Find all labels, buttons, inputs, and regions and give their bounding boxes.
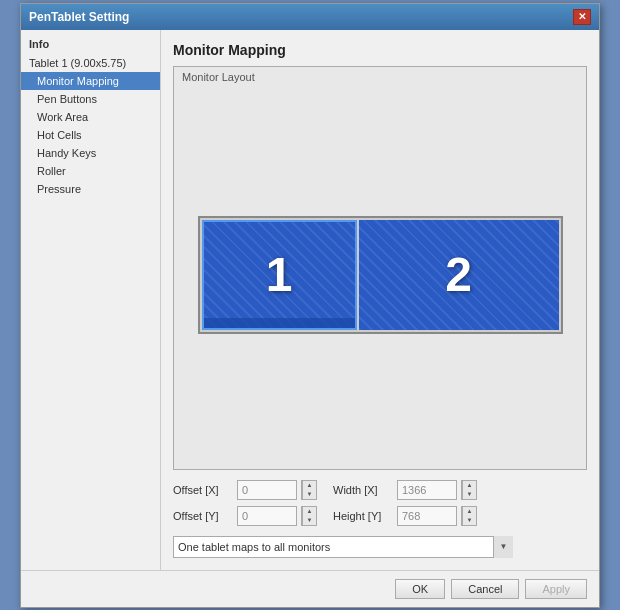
footer: OK Cancel Apply xyxy=(21,570,599,607)
width-x-up[interactable]: ▲ xyxy=(462,481,476,490)
monitor-2-label: 2 xyxy=(445,247,472,302)
offset-y-group: Offset [Y] ▲ ▼ xyxy=(173,506,317,526)
monitor-layout-label: Monitor Layout xyxy=(182,71,255,83)
close-button[interactable]: ✕ xyxy=(573,9,591,25)
cancel-button[interactable]: Cancel xyxy=(451,579,519,599)
dropdown-wrapper: One tablet maps to all monitorsOne table… xyxy=(173,536,513,558)
sidebar-item-roller[interactable]: Roller xyxy=(21,162,160,180)
sidebar-item-tablet[interactable]: Tablet 1 (9.00x5.75) xyxy=(21,54,160,72)
height-y-input[interactable] xyxy=(397,506,457,526)
ok-button[interactable]: OK xyxy=(395,579,445,599)
offset-x-label: Offset [X] xyxy=(173,484,233,496)
main-window: PenTablet Setting ✕ Info Tablet 1 (9.00x… xyxy=(20,3,600,608)
offset-x-input[interactable] xyxy=(237,480,297,500)
height-y-spinner: ▲ ▼ xyxy=(461,506,477,526)
monitors-container: 1 2 xyxy=(198,216,563,334)
content-area: Info Tablet 1 (9.00x5.75)Monitor Mapping… xyxy=(21,30,599,570)
width-x-down[interactable]: ▼ xyxy=(462,490,476,499)
offset-y-input[interactable] xyxy=(237,506,297,526)
titlebar: PenTablet Setting ✕ xyxy=(21,4,599,30)
offset-y-spinner: ▲ ▼ xyxy=(301,506,317,526)
monitor-screen-2[interactable]: 2 xyxy=(359,220,559,330)
sidebar-group-info: Info xyxy=(21,34,160,54)
fields-row-1: Offset [X] ▲ ▼ Width [X] ▲ ▼ xyxy=(173,480,587,500)
height-y-up[interactable]: ▲ xyxy=(462,507,476,516)
height-y-group: Height [Y] ▲ ▼ xyxy=(333,506,477,526)
width-x-label: Width [X] xyxy=(333,484,393,496)
dropdown-row: One tablet maps to all monitorsOne table… xyxy=(173,536,587,558)
height-y-down[interactable]: ▼ xyxy=(462,516,476,525)
apply-button[interactable]: Apply xyxy=(525,579,587,599)
height-y-label: Height [Y] xyxy=(333,510,393,522)
offset-y-label: Offset [Y] xyxy=(173,510,233,522)
sidebar: Info Tablet 1 (9.00x5.75)Monitor Mapping… xyxy=(21,30,161,570)
sidebar-item-work-area[interactable]: Work Area xyxy=(21,108,160,126)
sidebar-item-pressure[interactable]: Pressure xyxy=(21,180,160,198)
monitor-screen-1[interactable]: 1 xyxy=(202,220,357,330)
offset-y-up[interactable]: ▲ xyxy=(302,507,316,516)
sidebar-item-monitor-mapping[interactable]: Monitor Mapping xyxy=(21,72,160,90)
section-title: Monitor Mapping xyxy=(173,42,587,58)
sidebar-item-handy-keys[interactable]: Handy Keys xyxy=(21,144,160,162)
fields-row-2: Offset [Y] ▲ ▼ Height [Y] ▲ ▼ xyxy=(173,506,587,526)
width-x-spinner: ▲ ▼ xyxy=(461,480,477,500)
width-x-group: Width [X] ▲ ▼ xyxy=(333,480,477,500)
main-panel: Monitor Mapping Monitor Layout 1 2 xyxy=(161,30,599,570)
sidebar-item-hot-cells[interactable]: Hot Cells xyxy=(21,126,160,144)
offset-x-up[interactable]: ▲ xyxy=(302,481,316,490)
offset-y-down[interactable]: ▼ xyxy=(302,516,316,525)
offset-x-group: Offset [X] ▲ ▼ xyxy=(173,480,317,500)
width-x-input[interactable] xyxy=(397,480,457,500)
monitor-1-taskbar xyxy=(204,318,355,328)
monitor-layout-box: Monitor Layout 1 2 xyxy=(173,66,587,470)
sidebar-item-pen-buttons[interactable]: Pen Buttons xyxy=(21,90,160,108)
monitor-mapping-dropdown[interactable]: One tablet maps to all monitorsOne table… xyxy=(173,536,513,558)
monitor-display-area: 1 2 xyxy=(186,93,574,457)
offset-x-spinner: ▲ ▼ xyxy=(301,480,317,500)
offset-x-down[interactable]: ▼ xyxy=(302,490,316,499)
window-title: PenTablet Setting xyxy=(29,10,129,24)
monitor-1-label: 1 xyxy=(266,247,293,302)
